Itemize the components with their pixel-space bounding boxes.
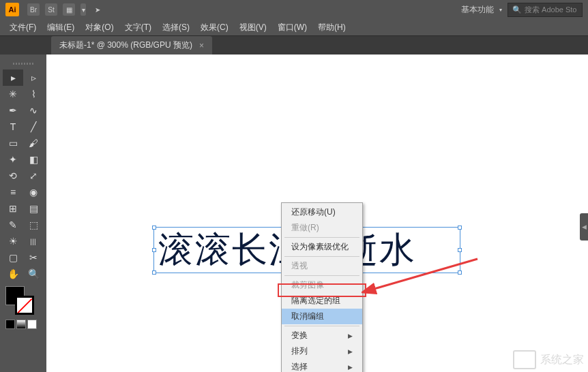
ctx-separator [284, 237, 359, 238]
handle-top-left[interactable] [152, 226, 156, 230]
line-tool[interactable]: ╱ [23, 119, 44, 135]
chevron-right-icon: ▶ [348, 348, 353, 355]
ctx-pixel-perfect[interactable]: 设为像素级优化 [282, 239, 362, 255]
arrange-chevron[interactable]: ▾ [80, 3, 86, 16]
menu-effect[interactable]: 效果(C) [196, 20, 233, 35]
fill-stroke-control[interactable] [3, 286, 44, 317]
watermark-logo-icon [513, 350, 536, 369]
arrange-icon[interactable]: ▦ [63, 3, 75, 16]
lasso-tool[interactable]: ⌇ [23, 86, 44, 102]
rectangle-tool[interactable]: ▭ [3, 135, 23, 151]
gradient-swatch[interactable] [16, 320, 26, 329]
menu-type[interactable]: 文字(T) [121, 20, 156, 35]
gradient-tool[interactable]: ▤ [23, 200, 44, 217]
selection-tool[interactable]: ▸ [3, 69, 23, 86]
rotate-tool[interactable]: ⟲ [3, 168, 23, 184]
menu-window[interactable]: 窗口(W) [274, 20, 311, 35]
ctx-redo: 重做(R) [282, 220, 362, 236]
chevron-down-icon: ▾ [499, 7, 502, 13]
handle-mid-left[interactable] [152, 248, 156, 252]
pen-tool[interactable]: ✒ [3, 102, 23, 119]
ctx-ungroup[interactable]: 取消编组 [282, 309, 362, 324]
search-input[interactable]: 🔍 搜索 Adobe Sto [508, 3, 583, 17]
ctx-separator [284, 275, 359, 276]
blend-tool[interactable]: ⬚ [23, 217, 44, 233]
menu-file[interactable]: 文件(F) [5, 20, 40, 35]
chevron-right-icon: ▶ [348, 332, 353, 339]
brush-tool[interactable]: 🖌 [23, 135, 44, 151]
panel-expand-handle[interactable]: ◀ [580, 213, 588, 241]
stock-icon[interactable]: St [45, 3, 57, 16]
search-icon: 🔍 [512, 5, 522, 14]
chevron-right-icon: ▶ [348, 364, 353, 371]
ctx-separator [284, 256, 359, 257]
warp-tool[interactable]: ◉ [23, 184, 44, 200]
direct-selection-tool[interactable]: ▹ [23, 69, 44, 86]
workspace-switcher[interactable]: 基本功能 [461, 4, 494, 16]
eraser-tool[interactable]: ◧ [23, 151, 44, 168]
ctx-separator [284, 326, 359, 326]
color-swatch[interactable] [5, 320, 15, 329]
ctx-undo-move[interactable]: 还原移动(U) [282, 204, 362, 220]
ctx-select[interactable]: 选择▶ [282, 359, 362, 372]
watermark-text: 系统之家 [540, 353, 584, 367]
eyedropper-tool[interactable]: ✎ [3, 217, 23, 233]
close-icon[interactable]: × [199, 41, 204, 50]
symbol-tool[interactable]: ☀ [3, 233, 23, 249]
curvature-tool[interactable]: ∿ [23, 102, 44, 119]
ctx-label: 选择 [291, 361, 308, 372]
search-placeholder: 搜索 Adobe Sto [525, 5, 576, 15]
ctx-arrange[interactable]: 排列▶ [282, 343, 362, 359]
width-tool[interactable]: ≡ [3, 184, 23, 200]
graph-tool[interactable]: ⫼ [23, 233, 44, 249]
menu-bar: 文件(F) 编辑(E) 对象(O) 文字(T) 选择(S) 效果(C) 视图(V… [0, 19, 588, 35]
menu-help[interactable]: 帮助(H) [314, 20, 350, 35]
svg-line-0 [372, 259, 477, 290]
tab-title: 未标题-1* @ 300% (RGB/GPU 预览) [59, 40, 192, 51]
scale-tool[interactable]: ⤢ [23, 168, 44, 184]
bridge-icon[interactable]: Br [27, 3, 40, 16]
hand-tool[interactable]: ✋ [3, 266, 23, 282]
none-swatch[interactable] [27, 320, 37, 329]
menu-view[interactable]: 视图(V) [235, 20, 271, 35]
quill-icon[interactable]: ➤ [91, 3, 104, 16]
ctx-label: 排列 [291, 345, 308, 357]
handle-bottom-left[interactable] [152, 270, 156, 275]
title-bar: Ai Br St ▦ ▾ ➤ 基本功能 ▾ 🔍 搜索 Adobe Sto [0, 0, 588, 19]
toolbox-grabber[interactable] [3, 63, 44, 67]
slice-tool[interactable]: ✂ [23, 249, 44, 266]
stroke-swatch[interactable] [15, 296, 34, 315]
menu-select[interactable]: 选择(S) [158, 20, 194, 35]
watermark: 系统之家 [513, 350, 584, 369]
type-tool[interactable]: T [3, 119, 23, 135]
shaper-tool[interactable]: ✦ [3, 151, 23, 168]
menu-edit[interactable]: 编辑(E) [43, 20, 78, 35]
zoom-tool[interactable]: 🔍 [23, 266, 44, 282]
menu-object[interactable]: 对象(O) [81, 20, 117, 35]
document-tab[interactable]: 未标题-1* @ 300% (RGB/GPU 预览) × [51, 36, 212, 55]
document-tab-bar: 未标题-1* @ 300% (RGB/GPU 预览) × [0, 35, 588, 55]
toolbox: ▸ ▹ ✳ ⌇ ✒ ∿ T ╱ ▭ 🖌 ✦ ◧ ⟲ ⤢ ≡ ◉ ⊞ ▤ ✎ ⬚ … [0, 55, 46, 372]
magic-wand-tool[interactable]: ✳ [3, 86, 23, 102]
color-mode-row [3, 320, 44, 329]
artboard-tool[interactable]: ▢ [3, 249, 23, 266]
ctx-perspective: 透视 [282, 258, 362, 274]
ctx-transform[interactable]: 变换▶ [282, 328, 362, 343]
annotation-arrow [362, 252, 484, 300]
ctx-label: 变换 [291, 330, 308, 341]
handle-top-right[interactable] [458, 226, 462, 230]
mesh-tool[interactable]: ⊞ [3, 200, 23, 217]
app-logo: Ai [5, 3, 19, 16]
annotation-highlight-box [278, 283, 366, 297]
